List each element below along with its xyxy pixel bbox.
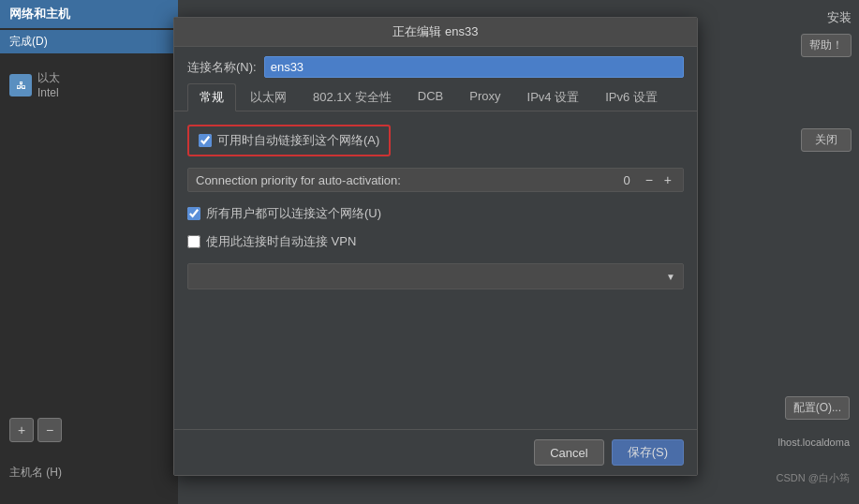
tab-bar: 常规 以太网 802.1X 安全性 DCB Proxy IPv4 设置 IPv6… bbox=[174, 83, 697, 111]
all-users-row: 所有用户都可以连接这个网络(U) bbox=[187, 205, 684, 222]
all-users-checkbox[interactable] bbox=[187, 207, 200, 220]
done-button[interactable]: 完成(D) bbox=[0, 30, 178, 53]
dialog-title: 正在编辑 ens33 bbox=[174, 18, 697, 47]
tab-ipv4[interactable]: IPv4 设置 bbox=[515, 83, 592, 111]
help-button[interactable]: 帮助！ bbox=[801, 34, 852, 57]
left-panel-buttons: + − bbox=[0, 412, 178, 448]
network-icon: 🖧 bbox=[9, 74, 32, 96]
tab-general[interactable]: 常规 bbox=[187, 83, 236, 111]
left-panel: 网络和主机 完成(D) 🖧 以太 Intel + − 主机名 (H) bbox=[0, 0, 178, 504]
connection-name-row: 连接名称(N): bbox=[174, 47, 697, 83]
item-label: 以太 bbox=[37, 70, 60, 86]
vpn-row: 使用此连接时自动连接 VPN bbox=[187, 233, 684, 250]
network-item[interactable]: 🖧 以太 Intel bbox=[0, 63, 178, 107]
vpn-label: 使用此连接时自动连接 VPN bbox=[206, 233, 356, 250]
edit-connection-dialog: 正在编辑 ens33 连接名称(N): 常规 以太网 802.1X 安全性 DC… bbox=[173, 17, 698, 476]
dialog-footer: Cancel 保存(S) bbox=[174, 429, 697, 475]
tab-ethernet[interactable]: 以太网 bbox=[238, 83, 299, 111]
priority-value: 0 bbox=[623, 173, 629, 187]
watermark: CSDN @白小筠 bbox=[777, 471, 850, 485]
tab-content: 可用时自动链接到这个网络(A) Connection priority for … bbox=[174, 111, 697, 303]
config-button[interactable]: 配置(O)... bbox=[785, 396, 850, 420]
hostname-value: lhost.localdoma bbox=[778, 437, 850, 448]
right-panel: 安装 帮助！ 关闭 配置(O)... lhost.localdoma CSDN … bbox=[700, 0, 859, 504]
install-header: 安装 bbox=[707, 9, 852, 26]
vpn-dropdown[interactable]: ▼ bbox=[187, 263, 684, 289]
remove-connection-button[interactable]: − bbox=[37, 418, 62, 442]
priority-label: Connection priority for auto-activation: bbox=[196, 173, 623, 187]
connection-name-input[interactable] bbox=[264, 56, 684, 78]
dropdown-arrow-icon: ▼ bbox=[666, 272, 675, 282]
priority-row: Connection priority for auto-activation:… bbox=[187, 168, 684, 192]
tab-security[interactable]: 802.1X 安全性 bbox=[301, 83, 404, 111]
left-panel-header: 网络和主机 bbox=[0, 0, 178, 28]
all-users-label: 所有用户都可以连接这个网络(U) bbox=[206, 205, 381, 222]
connection-name-label: 连接名称(N): bbox=[187, 59, 257, 76]
add-connection-button[interactable]: + bbox=[9, 418, 34, 442]
hostname-label: 主机名 (H) bbox=[9, 465, 62, 481]
priority-increase-button[interactable]: + bbox=[660, 172, 675, 187]
item-sub: Intel bbox=[37, 86, 60, 99]
cancel-button[interactable]: Cancel bbox=[534, 439, 603, 466]
tab-dcb[interactable]: DCB bbox=[406, 83, 455, 111]
auto-connect-row: 可用时自动链接到这个网络(A) bbox=[187, 125, 391, 156]
priority-decrease-button[interactable]: − bbox=[642, 172, 657, 187]
tab-proxy[interactable]: Proxy bbox=[457, 83, 512, 111]
tab-ipv6[interactable]: IPv6 设置 bbox=[593, 83, 670, 111]
save-button[interactable]: 保存(S) bbox=[612, 439, 684, 466]
vpn-checkbox[interactable] bbox=[187, 235, 200, 248]
auto-connect-label: 可用时自动链接到这个网络(A) bbox=[217, 132, 379, 149]
close-button[interactable]: 关闭 bbox=[801, 128, 852, 152]
auto-connect-checkbox[interactable] bbox=[199, 134, 212, 147]
